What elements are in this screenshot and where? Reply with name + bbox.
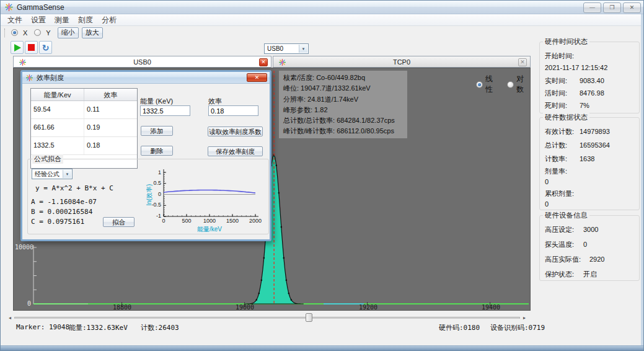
x-tick-label: 19400 (482, 304, 500, 311)
formula-combo[interactable]: 经验公式 ▼ (32, 169, 73, 179)
fit-ylabel: ln(效率) (145, 177, 154, 212)
dose-rate-label: 剂量率: (545, 167, 576, 176)
y-tick-label: 0 (15, 300, 31, 307)
start-button[interactable] (11, 41, 24, 54)
fit-xlabel: 能量/keV (197, 225, 222, 234)
energy-label: 能量 (KeV) (140, 97, 173, 106)
menu-item-calibration[interactable]: 刻度 (74, 14, 97, 26)
tab-bar: USB0 ✕ TCP0 ✕ (13, 56, 531, 68)
read-coefficients-button[interactable]: 读取效率刻度系数 (208, 127, 263, 136)
dialog-title: 效率刻度 (37, 73, 64, 82)
refresh-button[interactable]: ↻ (39, 41, 52, 54)
fit-y-tick-label: 1 (145, 169, 161, 176)
info-nuclide: 核素/活度: Co-60/449.82bq (283, 73, 403, 83)
tab-tcp0-close-icon[interactable]: ✕ (518, 58, 527, 66)
coefficient-b: B = 0.000216584 (31, 208, 92, 216)
table-row[interactable]: 661.660.19 (31, 119, 137, 137)
add-button[interactable]: 添加 (141, 126, 173, 136)
dialog-icon (25, 74, 33, 82)
fit-x-tick-label: 1500 (226, 218, 239, 224)
axis-x-radio[interactable] (11, 29, 18, 36)
accumulated-dose-label: 累积剂量: (545, 189, 576, 198)
axis-y-radio[interactable] (34, 29, 41, 36)
device-combo[interactable]: USB0 ▼ (264, 43, 309, 54)
info-peak-counts: 峰计数/峰计数率: 686112.0/80.95cps (283, 126, 403, 136)
menu-bar: 文件 设置 测量 刻度 分析 (1, 14, 643, 26)
slider-track[interactable] (14, 317, 520, 319)
x-tick-label: 19000 (236, 304, 254, 311)
x-tick-label: 18800 (113, 304, 131, 311)
tab-tcp0-label: TCP0 (393, 58, 410, 66)
tab-usb0-close-icon[interactable]: ✕ (259, 58, 268, 66)
fit-chart: 1 0.5 0 -0.5 -1 0 500 1000 1500 2000 ln(… (145, 163, 278, 236)
slider-thumb[interactable] (306, 313, 312, 322)
window-frame-right (641, 14, 643, 345)
menu-item-settings[interactable]: 设置 (27, 14, 50, 26)
zoom-in-button[interactable]: 放大 (82, 27, 103, 38)
acquisition-toolbar: ↻ (11, 41, 52, 54)
log-scale-radio[interactable] (507, 81, 514, 88)
group-hardware-time-title: 硬件时间状态 (543, 37, 589, 47)
tab-tcp0[interactable]: TCP0 ✕ (273, 56, 531, 68)
delete-button[interactable]: 删除 (141, 146, 173, 156)
window-frame-bottom (1, 345, 643, 350)
accumulated-dose-value: 0 (545, 200, 549, 208)
chevron-down-icon[interactable]: ▼ (63, 170, 71, 178)
menu-item-file[interactable]: 文件 (3, 14, 27, 26)
status-device-id: 设备识别码:0719 (490, 323, 545, 332)
stop-button[interactable] (25, 41, 38, 54)
close-button[interactable]: ✕ (623, 2, 641, 13)
live-time-row: 活时间:8476.98 (545, 89, 604, 98)
group-hardware-data-title: 硬件数据状态 (543, 113, 589, 122)
chevron-down-icon[interactable]: ▼ (299, 45, 307, 53)
linear-scale-label: 线性 (485, 74, 499, 95)
app-icon (4, 2, 14, 12)
minimize-button[interactable]: — (583, 2, 601, 13)
table-header-efficiency: 效率 (84, 89, 137, 100)
h-slider[interactable]: ◂ ▸ (8, 313, 526, 322)
total-counts-row: 总计数:16595364 (545, 141, 610, 150)
fit-x-tick-label: 0 (162, 218, 165, 224)
real-time-row: 实时间:9083.40 (545, 76, 604, 86)
x-tick-label: 19200 (359, 304, 377, 311)
menu-item-analysis[interactable]: 分析 (97, 14, 121, 26)
fit-x-tick-label: 2000 (249, 218, 262, 224)
log-scale-label: 对数 (516, 74, 530, 95)
formula-text: y = A*x^2 + B*x + C (35, 184, 113, 192)
protect-status-row: 保护状态:开启 (545, 270, 597, 279)
tab-usb0[interactable]: USB0 ✕ (13, 56, 271, 68)
table-row[interactable]: 1332.50.18 (31, 137, 137, 155)
slider-left-arrow-icon[interactable]: ◂ (9, 315, 11, 321)
table-header-energy: 能量/Kev (31, 89, 84, 100)
window-title: GammaSense (17, 3, 64, 12)
energy-input[interactable] (140, 105, 190, 116)
hv-set-row: 高压设定:3000 (545, 225, 598, 234)
dialog-close-button[interactable]: ✕ (247, 73, 267, 82)
status-marker: Marker: 19048 (16, 323, 69, 331)
axis-y-label: Y (46, 29, 50, 37)
group-hardware-device-title: 硬件设备信息 (543, 211, 589, 220)
info-peak-shape: 峰形参数: 1.82 (283, 105, 403, 115)
valid-counts-row: 有效计数:14979893 (545, 127, 610, 136)
toolbar-grip[interactable] (4, 29, 6, 37)
status-counts: 计数:26403 (141, 323, 179, 332)
y-tick-label: 10000 (15, 244, 31, 251)
info-total-counts: 总计数/总计数率: 684284.1/82.37cps (283, 115, 403, 126)
maximize-button[interactable]: ❐ (603, 2, 621, 13)
zoom-out-button[interactable]: 缩小 (58, 27, 79, 38)
fit-button[interactable]: 拟合 (103, 217, 135, 227)
menu-item-measure[interactable]: 测量 (50, 14, 74, 26)
info-peak-position: 峰位: 19047.7道/1332.61keV (283, 83, 403, 94)
linear-scale-radio[interactable] (476, 81, 483, 88)
fit-x-tick-label: 1000 (203, 218, 216, 224)
dialog-titlebar[interactable]: 效率刻度 (22, 72, 270, 84)
table-row[interactable]: 59.540.11 (31, 101, 137, 119)
count-rate-row: 计数率:1638 (545, 154, 594, 164)
slider-right-arrow-icon[interactable]: ▸ (523, 315, 526, 321)
table-header-row: 能量/Kev 效率 (31, 89, 137, 101)
efficiency-input[interactable] (208, 105, 258, 116)
save-calibration-button[interactable]: 保存效率刻度 (208, 146, 263, 156)
hv-actual-row: 高压实际值:2920 (545, 255, 604, 264)
formula-combo-value: 经验公式 (35, 170, 60, 179)
stop-icon (28, 44, 35, 51)
